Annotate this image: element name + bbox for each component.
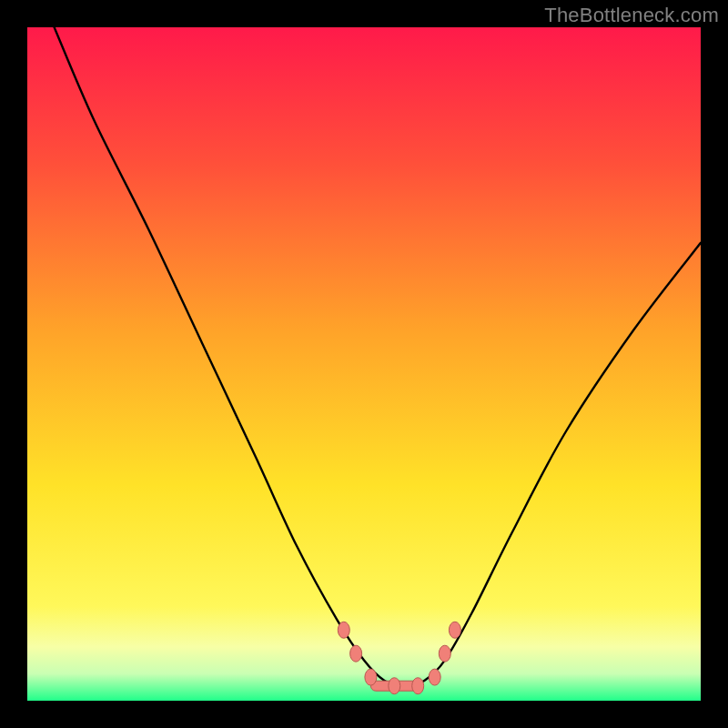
chart-frame: TheBottleneck.com	[0, 0, 728, 728]
curve-marker	[439, 645, 450, 662]
curve-marker	[338, 622, 349, 638]
chart-plot	[27, 27, 701, 701]
chart-background	[27, 27, 701, 701]
curve-marker	[350, 645, 362, 662]
curve-marker	[449, 622, 460, 638]
curve-marker	[389, 678, 400, 694]
curve-marker	[412, 678, 424, 694]
watermark-text: TheBottleneck.com	[544, 4, 719, 27]
curve-marker	[429, 669, 440, 685]
curve-marker	[365, 669, 377, 685]
